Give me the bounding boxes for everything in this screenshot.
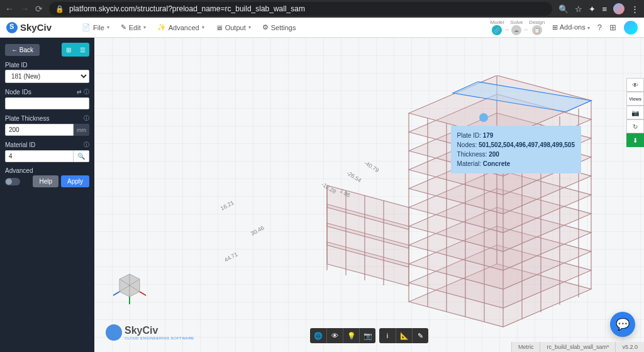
watermark: SkyCiv CLOUD ENGINEERING SOFTWARE	[106, 324, 194, 341]
grid-icon: ⊞	[552, 23, 558, 31]
search-icon[interactable]: 🔍	[558, 4, 569, 14]
viewport-3d[interactable]: Plate ID: 179 Nodes: 501,502,504,496,497…	[94, 38, 644, 352]
status-bar: Metric rc_build_slab_wall_sam* v5.2.0	[511, 342, 644, 352]
menu-file[interactable]: 📄File▾	[77, 21, 114, 34]
grid-dimension: 44.71	[223, 251, 239, 263]
star-icon[interactable]: ☆	[575, 4, 582, 14]
browser-nav-bar: ← → ⟳ 🔒 platform.skyciv.com/structural?p…	[0, 0, 644, 18]
workflow-stepper: Model🔗 Solve☁ Design📋	[491, 19, 545, 35]
info-button[interactable]: i	[379, 328, 396, 343]
selection-handle[interactable]	[479, 113, 488, 122]
axis-gizmo[interactable]	[112, 270, 147, 305]
browser-reload-icon[interactable]: ⟳	[35, 4, 43, 14]
menu-output[interactable]: 🖥Output▾	[211, 21, 256, 34]
menu-advanced[interactable]: ✨Advanced▾	[152, 21, 209, 34]
addons-menu[interactable]: ⊞ Add-ons ▾	[552, 23, 590, 31]
browser-avatar[interactable]	[613, 3, 625, 14]
workflow-line	[524, 30, 528, 30]
url-text: platform.skyciv.com/structural?preload_n…	[69, 4, 305, 13]
field-material: Material IDⓘ 🔍	[5, 141, 89, 162]
field-thickness: Plate Thicknessⓘ mm	[5, 114, 89, 136]
label-node-ids: Node IDs⇄ ⓘ	[5, 88, 89, 96]
pencil-icon: ✎	[121, 23, 126, 31]
chevron-down-icon: ▾	[202, 25, 204, 30]
cloud-icon: ☁	[511, 25, 521, 35]
units-indicator[interactable]: Metric	[511, 342, 540, 352]
label-thickness: Plate Thicknessⓘ	[5, 114, 89, 123]
field-advanced: Advanced Help Apply	[5, 167, 89, 187]
field-plate-id: Plate ID 181 (New)	[5, 62, 89, 83]
help-icon[interactable]: ?	[597, 23, 602, 32]
user-avatar[interactable]	[624, 21, 638, 35]
version: v5.2.0	[615, 342, 644, 352]
grid-dimension: 30.46	[250, 224, 265, 236]
refresh-button[interactable]: ↻	[626, 119, 644, 133]
node-ids-input[interactable]	[5, 97, 89, 109]
main-layout: ← Back ⊞ ☰ Plate ID 181 (New) Node IDs⇄ …	[0, 38, 644, 352]
label-advanced: Advanced	[5, 167, 89, 174]
measure-button[interactable]: 📐	[396, 328, 412, 343]
workflow-solve[interactable]: Solve☁	[510, 19, 523, 35]
download-button[interactable]: ⬇	[626, 133, 644, 147]
browser-back-icon[interactable]: ←	[5, 4, 14, 14]
thickness-input[interactable]	[5, 124, 74, 136]
views-button[interactable]: Views	[626, 92, 644, 106]
help-button[interactable]: Help	[33, 175, 58, 187]
menu-edit[interactable]: ✎Edit▾	[116, 21, 151, 34]
svg-line-37	[113, 292, 119, 295]
view-list-button[interactable]: ☰	[75, 43, 89, 57]
playlist-icon[interactable]: ≡	[602, 4, 607, 14]
wand-icon: ✨	[157, 23, 166, 31]
plate-info-tooltip: Plate ID: 179 Nodes: 501,502,504,496,497…	[451, 126, 581, 173]
camera-button[interactable]: 📷	[359, 328, 375, 343]
sidebar-top: ← Back ⊞ ☰	[5, 43, 89, 57]
logo-mark	[6, 22, 18, 33]
field-node-ids: Node IDs⇄ ⓘ	[5, 88, 89, 109]
menu-settings[interactable]: ⚙Settings	[257, 21, 301, 34]
orbit-button[interactable]: 🌐	[310, 328, 326, 343]
view-grid-button[interactable]: ⊞	[62, 43, 75, 57]
swap-icon[interactable]: ⇄	[77, 89, 82, 95]
eye-toggle[interactable]: 👁	[626, 78, 644, 92]
chevron-down-icon: ▾	[248, 25, 251, 30]
workflow-model[interactable]: Model🔗	[491, 19, 504, 35]
workflow-design[interactable]: Design📋	[529, 19, 545, 35]
chat-fab[interactable]: 💬	[610, 312, 635, 337]
info-icon[interactable]: ⓘ	[84, 141, 89, 149]
workflow-dot-active: 🔗	[492, 25, 502, 35]
light-button[interactable]: 💡	[343, 328, 359, 343]
info-icon[interactable]: ⓘ	[84, 89, 89, 95]
extension-icon[interactable]: ✦	[589, 4, 596, 14]
app-logo[interactable]: SkyCiv	[6, 22, 52, 33]
plate-id-select[interactable]: 181 (New)	[5, 70, 89, 83]
main-menu: 📄File▾ ✎Edit▾ ✨Advanced▾ 🖥Output▾ ⚙Setti…	[77, 21, 301, 34]
advanced-toggle[interactable]	[5, 178, 20, 185]
url-bar[interactable]: 🔒 platform.skyciv.com/structural?preload…	[49, 2, 552, 16]
sidebar: ← Back ⊞ ☰ Plate ID 181 (New) Node IDs⇄ …	[0, 38, 94, 352]
apply-button[interactable]: Apply	[61, 175, 89, 187]
material-input[interactable]	[5, 150, 74, 162]
watermark-brand: SkyCiv	[125, 325, 194, 336]
view-toggle: ⊞ ☰	[62, 43, 89, 57]
browser-menu-icon[interactable]: ⋮	[631, 4, 639, 14]
watermark-sub: CLOUD ENGINEERING SOFTWARE	[125, 336, 194, 340]
chevron-down-icon: ▾	[143, 25, 146, 30]
info-icon[interactable]: ⓘ	[84, 114, 89, 123]
file-name[interactable]: rc_build_slab_wall_sam*	[540, 342, 615, 352]
header-right: Model🔗 Solve☁ Design📋 ⊞ Add-ons ▾ ? ⊞	[491, 19, 638, 35]
chevron-down-icon: ▾	[107, 25, 109, 30]
right-toolbar: 👁 Views 📷 ↻ ⬇	[626, 78, 644, 147]
apps-grid-icon[interactable]: ⊞	[609, 23, 616, 32]
visibility-button[interactable]: 👁	[326, 328, 343, 343]
app-header: SkyCiv 📄File▾ ✎Edit▾ ✨Advanced▾ 🖥Output▾…	[0, 18, 644, 38]
label-material: Material IDⓘ	[5, 141, 89, 149]
screenshot-button[interactable]: 📷	[626, 106, 644, 119]
material-search-button[interactable]: 🔍	[74, 150, 89, 162]
viewport-toolbar: 🌐 👁 💡 📷 i 📐 ✎	[310, 328, 428, 343]
draw-button[interactable]: ✎	[412, 328, 428, 343]
file-icon: 📄	[82, 23, 91, 31]
chevron-down-icon: ▾	[587, 25, 590, 31]
back-button[interactable]: ← Back	[5, 44, 40, 56]
thickness-unit: mm	[74, 124, 89, 136]
browser-forward-icon[interactable]: →	[20, 4, 29, 14]
